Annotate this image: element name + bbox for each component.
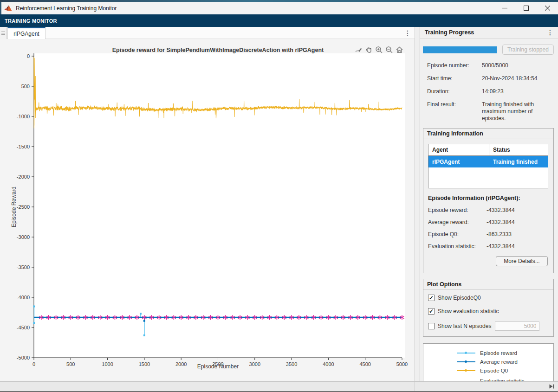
stat-label: Episode Q0:: [428, 231, 487, 238]
tab-rlpgagent[interactable]: rlPGAgent: [7, 27, 45, 39]
table-row[interactable]: rlPGAgent Training finished: [428, 156, 548, 167]
plot-options-title: Plot Options: [423, 279, 553, 290]
stat-episode-q0: Episode Q0: -863.2333: [428, 231, 549, 238]
y-tick-label: -2000: [17, 174, 30, 180]
window-title: Reinforcement Learning Training Monitor: [16, 5, 117, 12]
field-value: Training finished with maximum number of…: [482, 101, 555, 122]
column-header-status: Status: [489, 144, 548, 155]
stat-value: -4332.3844: [487, 243, 549, 250]
panel-options-kebab-icon[interactable]: ⋮: [547, 29, 553, 36]
legend-item-episode-reward: Episode reward: [423, 348, 553, 357]
stat-average-reward: Average reward: -4332.3844: [428, 219, 549, 225]
stat-value: -863.2333: [487, 231, 549, 238]
progress-fill: [423, 46, 497, 53]
last-n-episodes-input[interactable]: [495, 321, 539, 331]
progress-fields: Episode number: 5000/5000 Start time: 20…: [427, 62, 554, 122]
legend-label: Average reward: [480, 359, 550, 365]
stat-value: -4332.3844: [487, 219, 549, 225]
cell-status: Training finished: [489, 156, 548, 167]
panel-splitter[interactable]: [415, 27, 420, 381]
field-start-time: Start time: 20-Nov-2024 18:34:54: [427, 75, 554, 82]
y-tick-label: 0: [27, 53, 30, 59]
field-episode-number: Episode number: 5000/5000: [427, 62, 554, 69]
field-value: 20-Nov-2024 18:34:54: [482, 75, 555, 82]
tab-options-kebab-icon[interactable]: ⋮: [403, 28, 412, 38]
y-tick-label: -4000: [17, 295, 30, 300]
y-tick-label: -500: [19, 84, 30, 89]
show-evaluation-statistic-checkbox[interactable]: ✓: [428, 308, 435, 315]
checkbox-label: Show evaluation statistic: [438, 308, 499, 315]
training-progress-bar: [423, 46, 497, 53]
zoom-out-icon[interactable]: [385, 45, 394, 54]
close-button[interactable]: [537, 2, 558, 14]
legend-item-evaluation-statistic: Evaluation statistic (MeanEpisodeReward): [423, 378, 553, 381]
legend-label: Episode reward: [480, 350, 550, 356]
toolstrip: TRAINING MONITOR: [0, 14, 558, 27]
tab-label: rlPGAgent: [13, 31, 39, 37]
status-bar: [0, 381, 558, 391]
document-tab-bar: rlPGAgent ⋮: [0, 27, 415, 39]
field-final-result: Final result: Training finished with max…: [427, 101, 554, 122]
skip-to-end-icon[interactable]: [548, 383, 555, 390]
show-episodeq0-checkbox[interactable]: ✓: [428, 295, 435, 301]
zoom-in-icon[interactable]: [375, 45, 383, 54]
show-last-n-episodes-checkbox[interactable]: [428, 323, 435, 329]
more-details-button[interactable]: More Details...: [496, 256, 548, 266]
stat-value: -4332.3844: [487, 207, 549, 213]
option-show-episodeq0: ✓ Show EpisodeQ0: [428, 295, 549, 301]
pan-icon[interactable]: [364, 45, 373, 54]
home-restore-view-icon[interactable]: [395, 45, 404, 54]
field-value: 5000/5000: [482, 62, 555, 69]
y-tick-label: -3000: [17, 234, 30, 240]
y-tick-label: -1500: [17, 144, 30, 149]
y-tick-label: -2500: [17, 204, 30, 210]
maximize-button[interactable]: [515, 2, 537, 14]
training-progress-panel: Training Progress ⋮ Training stopped Epi…: [420, 27, 558, 381]
field-label: Duration:: [427, 88, 482, 95]
checkbox-label: Show EpisodeQ0: [438, 295, 481, 301]
agent-status-table: Agent Status rlPGAgent Training finished: [428, 144, 548, 188]
table-empty-area: [428, 167, 548, 188]
stat-label: Evaluation statistic:: [428, 243, 487, 250]
matlab-logo-icon: [4, 5, 12, 12]
cell-agent: rlPGAgent: [428, 156, 489, 167]
legend-item-average-reward: Average reward: [423, 357, 553, 366]
chart-legend: Episode reward Average reward Episode Q0: [423, 343, 554, 381]
episode-information-title: Episode Information (rlPGAgent):: [428, 195, 549, 201]
chart-title: Episode reward for SimplePendlumWithImag…: [34, 47, 402, 53]
legend-label: Episode Q0: [480, 367, 550, 374]
plot-options-box: Plot Options ✓ Show EpisodeQ0 ✓ Show eva…: [423, 279, 554, 337]
y-tick-label: -4500: [17, 325, 30, 330]
legend-item-episode-q0: Episode Q0: [423, 366, 553, 375]
edit-plot-icon[interactable]: [354, 45, 363, 54]
tab-grip-icon[interactable]: [0, 27, 7, 39]
axes-toolbar: [354, 45, 404, 54]
field-duration: Duration: 14:09:23: [427, 88, 554, 95]
field-label: Start time:: [427, 75, 482, 82]
chart-figure: 0500100015002000250030003500400045005000…: [0, 39, 415, 381]
stat-episode-reward: Episode reward: -4332.3844: [428, 207, 549, 213]
episode-q0-line-marker: [457, 370, 475, 371]
checkbox-label: Show last N episodes: [438, 323, 491, 329]
field-label: Final result:: [427, 101, 482, 122]
minimize-button[interactable]: [494, 2, 515, 14]
episode-reward-chart[interactable]: 0500100015002000250030003500400045005000…: [0, 39, 415, 381]
y-tick-label: -3500: [17, 264, 30, 270]
training-information-title: Training Information: [423, 129, 553, 139]
panel-header: Training Progress ⋮: [420, 27, 558, 39]
table-header-row: Agent Status: [428, 144, 548, 156]
episode-reward-line-marker: [457, 353, 475, 353]
stat-label: Average reward:: [428, 219, 487, 225]
training-stopped-button[interactable]: Training stopped: [502, 45, 554, 55]
toolstrip-tab-training-monitor[interactable]: TRAINING MONITOR: [5, 18, 57, 24]
legend-label: Evaluation statistic (MeanEpisodeReward): [480, 378, 550, 381]
y-tick-label: -5000: [17, 355, 30, 360]
training-information-box: Training Information Agent Status rlPGAg…: [423, 128, 554, 273]
option-show-last-n-episodes: Show last N episodes: [428, 321, 549, 331]
field-value: 14:09:23: [482, 88, 555, 95]
panel-title: Training Progress: [425, 29, 474, 36]
stat-evaluation-statistic: Evaluation statistic: -4332.3844: [428, 243, 549, 250]
title-bar: Reinforcement Learning Training Monitor: [0, 2, 558, 14]
y-tick-label: -1000: [17, 114, 30, 119]
plot-area[interactable]: [34, 53, 405, 358]
